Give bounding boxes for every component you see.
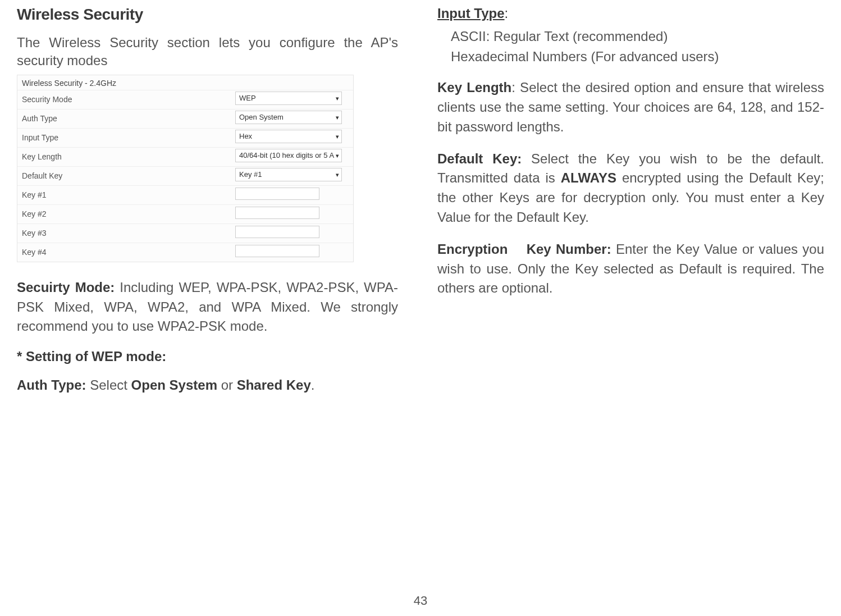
auth-type-paragraph: Auth Type: Select Open System or Shared … — [17, 376, 398, 395]
row-key3: Key #3 — [17, 223, 353, 243]
section-title: Wireless Security — [17, 6, 398, 24]
default-key-label: Default Key: — [437, 151, 522, 166]
auth-type-text2: or — [217, 377, 237, 393]
row-default-key: Default Key Key #1 — [17, 166, 353, 185]
select-input-type[interactable]: Hex — [235, 130, 342, 143]
wep-mode-heading: * Setting of WEP mode: — [17, 349, 398, 364]
input-key3[interactable] — [235, 226, 319, 238]
row-security-mode: Security Mode WEP — [17, 90, 353, 109]
auth-type-shared-key: Shared Key — [237, 377, 311, 393]
row-key4: Key #4 — [17, 243, 353, 262]
label-key-length: Key Length — [22, 152, 235, 161]
input-key1[interactable] — [235, 188, 319, 200]
panel-title: Wireless Security - 2.4GHz — [17, 75, 353, 90]
select-key-length[interactable]: 40/64-bit (10 hex digits or 5 A — [235, 149, 342, 162]
auth-type-text3: . — [311, 377, 315, 393]
input-type-hex: Hexadecimal Numbers (For advanced users) — [437, 47, 824, 66]
encryption-paragraph: Encryption Key Number: Enter the Key Val… — [437, 240, 824, 298]
row-auth-type: Auth Type Open System — [17, 109, 353, 128]
select-security-mode[interactable]: WEP — [235, 92, 342, 105]
row-input-type: Input Type Hex — [17, 128, 353, 147]
row-key2: Key #2 — [17, 204, 353, 223]
default-key-always: ALWAYS — [561, 170, 616, 185]
select-auth-type[interactable]: Open System — [235, 111, 342, 124]
intro-text: The Wireless Security section lets you c… — [17, 34, 398, 70]
row-key1: Key #1 — [17, 185, 353, 204]
auth-type-text1: Select — [86, 377, 131, 393]
input-key2[interactable] — [235, 207, 319, 219]
security-mode-paragraph: Secuirty Mode: Including WEP, WPA-PSK, W… — [17, 278, 398, 336]
encryption-label: Encryption Key Number: — [437, 241, 611, 257]
row-key-length: Key Length 40/64-bit (10 hex digits or 5… — [17, 147, 353, 166]
input-type-label: Input Type — [437, 6, 505, 21]
input-type-heading: Input Type: — [437, 6, 824, 21]
input-type-ascii: ASCII: Regular Text (recommended) — [437, 27, 824, 46]
label-key4: Key #4 — [22, 248, 235, 257]
wireless-security-panel: Wireless Security - 2.4GHz Security Mode… — [17, 75, 354, 262]
label-auth-type: Auth Type — [22, 114, 235, 123]
label-security-mode: Security Mode — [22, 95, 235, 104]
label-key2: Key #2 — [22, 209, 235, 218]
default-key-paragraph: Default Key: Select the Key you wish to … — [437, 149, 824, 227]
input-key4[interactable] — [235, 245, 319, 257]
key-length-paragraph: Key Length: Select the desired option an… — [437, 78, 824, 136]
label-key1: Key #1 — [22, 190, 235, 199]
auth-type-open-system: Open System — [131, 377, 217, 393]
key-length-label: Key Length — [437, 80, 511, 95]
page-number: 43 — [0, 594, 841, 608]
label-input-type: Input Type — [22, 133, 235, 142]
security-mode-label: Secuirty Mode: — [17, 280, 115, 295]
label-default-key: Default Key — [22, 171, 235, 180]
input-type-colon: : — [505, 6, 509, 21]
label-key3: Key #3 — [22, 229, 235, 238]
auth-type-label: Auth Type: — [17, 377, 86, 393]
select-default-key[interactable]: Key #1 — [235, 168, 342, 181]
